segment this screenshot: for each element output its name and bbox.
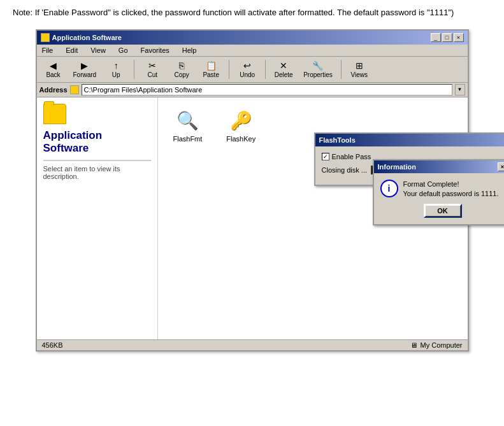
menu-bar: File Edit View Go Favorites Help [37, 45, 468, 57]
flashtools-titlebar: FlashTools × [315, 134, 505, 146]
forward-icon: ▶ [81, 60, 88, 71]
title-bar-left: Application Software [41, 33, 122, 42]
toolbar-separator-2 [229, 60, 229, 79]
status-location: My Computer [420, 341, 462, 349]
select-description-text: Select an item to view itsdescription. [43, 165, 151, 180]
copy-button[interactable]: ⎘ Copy [168, 59, 196, 80]
menu-help[interactable]: Help [180, 46, 199, 55]
views-label: Views [351, 71, 368, 78]
info-titlebar: Information × [374, 160, 505, 173]
right-panel: 🔍 FlashFmt 🔑 FlashKey FlashTools × [158, 97, 468, 339]
flashkey-icon: 🔑 [230, 110, 252, 131]
minimize-button[interactable]: _ [431, 33, 441, 42]
info-content: i Format Complete! Your default password… [380, 180, 505, 199]
back-label: Back [46, 71, 60, 78]
closing-disk-label: Closing disk ... [322, 166, 368, 174]
title-bar-controls: _ □ × [431, 33, 464, 42]
address-dropdown[interactable]: ▼ [455, 84, 465, 96]
status-right: 🖥 My Computer [410, 341, 462, 349]
info-body: i Format Complete! Your default password… [374, 173, 505, 225]
paste-button[interactable]: 📋 Paste [197, 59, 225, 80]
forward-label: Forward [73, 71, 97, 78]
folder-icon-large [43, 104, 66, 124]
explorer-body: ApplicationSoftware Select an item to vi… [37, 97, 468, 339]
menu-view[interactable]: View [88, 46, 108, 55]
status-bar: 456KB 🖥 My Computer [37, 339, 468, 350]
info-dialog-title: Information [378, 163, 417, 171]
menu-favorites[interactable]: Favorites [138, 46, 172, 55]
close-button[interactable]: × [454, 33, 464, 42]
address-label: Address [40, 86, 68, 94]
delete-button[interactable]: ✕ Delete [270, 59, 298, 80]
file-item-flashfmt[interactable]: 🔍 FlashFmt [171, 110, 205, 327]
file-item-flashkey[interactable]: 🔑 FlashKey [224, 110, 258, 327]
back-icon: ◀ [50, 60, 57, 71]
info-line2: Your default password is 1111. [403, 189, 499, 199]
title-bar: Application Software _ □ × [37, 31, 468, 45]
maximize-button[interactable]: □ [442, 33, 452, 42]
properties-label: Properties [303, 71, 333, 78]
properties-button[interactable]: 🔧 Properties [299, 59, 337, 80]
address-folder-icon [70, 85, 79, 94]
info-dialog-close-button[interactable]: × [498, 162, 505, 171]
explorer-window: Application Software _ □ × File Edit Vie… [36, 29, 469, 351]
window-title: Application Software [52, 34, 122, 41]
up-button[interactable]: ↑ Up [102, 59, 130, 80]
divider-line [43, 160, 151, 161]
title-folder-icon [41, 33, 50, 42]
menu-file[interactable]: File [40, 46, 56, 55]
toolbar-separator-3 [265, 60, 266, 79]
page-content: Note: If 'Enable Password" is clicked, t… [0, 0, 504, 351]
paste-label: Paste [203, 71, 219, 78]
info-i-icon: i [380, 180, 398, 197]
note-text: Note: If 'Enable Password" is clicked, t… [13, 6, 491, 19]
flashtools-dialog: FlashTools × ✓ Enable Pass Closing disk … [314, 132, 505, 186]
enable-pass-checkbox[interactable]: ✓ [322, 153, 329, 160]
undo-button[interactable]: ↩ Undo [233, 59, 261, 80]
app-title: ApplicationSoftware [43, 129, 151, 155]
up-label: Up [112, 71, 120, 78]
flashkey-label: FlashKey [224, 134, 258, 144]
up-icon: ↑ [114, 60, 119, 71]
toolbar-separator-4 [341, 60, 342, 79]
undo-icon: ↩ [243, 60, 251, 71]
enable-pass-label: Enable Pass [332, 153, 371, 160]
properties-icon: 🔧 [312, 60, 323, 71]
status-size: 456KB [42, 341, 411, 349]
toolbar: ◀ Back ▶ Forward ↑ Up ✂ Cut ⎘ Copy 📋 [37, 57, 468, 83]
toolbar-separator-1 [134, 60, 134, 79]
forward-button[interactable]: ▶ Forward [69, 59, 101, 80]
cut-label: Cut [147, 71, 157, 78]
back-button[interactable]: ◀ Back [40, 59, 68, 80]
cut-icon: ✂ [148, 60, 156, 71]
info-message: Format Complete! Your default password i… [403, 180, 499, 199]
address-input[interactable] [82, 84, 452, 96]
flashtools-title: FlashTools [319, 136, 356, 144]
delete-label: Delete [275, 71, 293, 78]
ok-button[interactable]: OK [424, 204, 462, 218]
info-line1: Format Complete! [403, 180, 499, 189]
info-dialog: Information × i Format Complete! Your de… [373, 159, 505, 226]
menu-edit[interactable]: Edit [63, 46, 80, 55]
copy-label: Copy [175, 71, 189, 78]
flashfmt-label: FlashFmt [171, 134, 205, 144]
views-button[interactable]: ⊞ Views [345, 59, 373, 80]
paste-icon: 📋 [206, 60, 217, 71]
menu-go[interactable]: Go [116, 46, 131, 55]
computer-icon: 🖥 [410, 341, 417, 349]
left-panel: ApplicationSoftware Select an item to vi… [37, 97, 158, 339]
flashfmt-icon: 🔍 [176, 110, 199, 131]
cut-button[interactable]: ✂ Cut [138, 59, 166, 80]
address-bar: Address ▼ [37, 83, 468, 97]
delete-icon: ✕ [280, 60, 287, 71]
flashtools-body: ✓ Enable Pass Closing disk ... [315, 146, 505, 185]
copy-icon: ⎘ [179, 60, 184, 71]
views-icon: ⊞ [356, 60, 363, 71]
undo-label: Undo [240, 71, 255, 78]
